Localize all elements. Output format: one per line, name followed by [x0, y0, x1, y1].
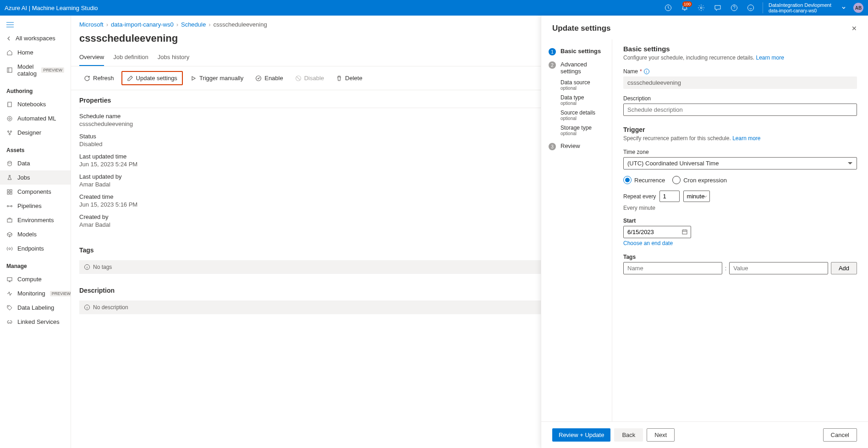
avatar[interactable]: AB	[853, 3, 863, 13]
nav-models[interactable]: Models	[0, 227, 71, 241]
back-all-workspaces[interactable]: All workspaces	[0, 31, 71, 45]
button-label: Refresh	[93, 75, 114, 82]
edit-icon	[127, 75, 133, 82]
description-label: Description	[623, 95, 857, 102]
nav-notebooks[interactable]: Notebooks	[0, 97, 71, 111]
step-number: 3	[549, 143, 556, 150]
delete-button[interactable]: Delete	[331, 72, 367, 84]
wizard-substep[interactable]: Data typeoptional	[541, 93, 612, 108]
wizard-substep[interactable]: Data sourceoptional	[541, 77, 612, 93]
breadcrumb-item[interactable]: data-import-canary-ws0	[111, 21, 174, 28]
enable-button[interactable]: Enable	[251, 72, 287, 84]
nav-label: Home	[17, 49, 33, 56]
wizard-substep[interactable]: Storage typeoptional	[541, 123, 612, 138]
smile-icon[interactable]	[746, 3, 755, 12]
preview-badge: PREVIEW	[50, 291, 73, 296]
back-button[interactable]: Back	[614, 428, 643, 442]
svg-point-16	[7, 205, 9, 207]
repeat-value-input[interactable]	[659, 191, 680, 202]
nav-compute[interactable]: Compute	[0, 272, 71, 286]
hamburger-icon[interactable]	[0, 18, 71, 31]
compute-icon	[6, 276, 13, 283]
nav-monitoring[interactable]: MonitoringPREVIEW	[0, 286, 71, 300]
chevron-down-icon[interactable]	[841, 5, 846, 10]
account-menu[interactable]: DataIntegration Devlopment data-import-c…	[763, 2, 834, 13]
wizard-step-review[interactable]: 3 Review	[541, 140, 612, 153]
info-icon	[84, 264, 90, 270]
settings-icon[interactable]	[697, 3, 706, 12]
breadcrumb-current: cssscheduleevening	[214, 21, 267, 28]
radio-indicator	[623, 176, 632, 184]
tag-name-input[interactable]	[623, 262, 722, 274]
radio-cron[interactable]: Cron expression	[672, 176, 727, 184]
step-label: Basic settings	[560, 48, 601, 55]
nav-label: Linked Services	[17, 318, 60, 325]
nav-group-authoring: Authoring	[0, 81, 71, 97]
step-label: Advanced settings	[560, 61, 604, 75]
repeat-summary: Every minute	[623, 205, 857, 211]
learn-more-link[interactable]: Learn more	[732, 135, 760, 142]
wizard-substep[interactable]: Source detailsoptional	[541, 108, 612, 123]
nav-components[interactable]: Components	[0, 185, 71, 199]
add-tag-button[interactable]: Add	[831, 262, 857, 274]
radio-recurrence[interactable]: Recurrence	[623, 176, 665, 184]
help-icon[interactable]	[730, 3, 739, 12]
trigger-desc: Specify recurrence pattern for this sche…	[623, 135, 857, 142]
svg-rect-15	[10, 192, 12, 194]
nav-designer[interactable]: Designer	[0, 126, 71, 140]
svg-rect-18	[7, 219, 12, 222]
notifications-icon[interactable]: 100	[680, 3, 689, 12]
nav-environments[interactable]: Environments	[0, 213, 71, 227]
nav-endpoints[interactable]: Endpoints	[0, 241, 71, 256]
data-icon	[6, 160, 13, 167]
models-icon	[6, 231, 13, 238]
form-section-desc: Configure your schedule, including recur…	[623, 55, 857, 61]
nav-home[interactable]: Home	[0, 45, 71, 60]
app-title: Azure AI | Machine Learning Studio	[5, 5, 98, 11]
nav-model-catalog[interactable]: Model catalog PREVIEW	[0, 60, 71, 81]
update-settings-button[interactable]: Update settings	[121, 71, 183, 85]
nav-data-labeling[interactable]: Data Labeling	[0, 300, 71, 315]
tab-jobs-history[interactable]: Jobs history	[158, 49, 189, 66]
choose-end-date-link[interactable]: Choose an end date	[623, 240, 857, 246]
cancel-button[interactable]: Cancel	[823, 428, 857, 442]
radio-label: Recurrence	[634, 177, 665, 184]
wizard-step-advanced[interactable]: 2 Advanced settings	[541, 58, 612, 77]
step-number: 1	[549, 48, 556, 55]
tab-job-definition[interactable]: Job definition	[113, 49, 148, 66]
nav-linked-services[interactable]: Linked Services	[0, 315, 71, 329]
nav-jobs[interactable]: Jobs	[0, 170, 71, 185]
breadcrumb-item[interactable]: Microsoft	[79, 21, 104, 28]
info-icon[interactable]: i	[644, 69, 649, 74]
panel-title: Update settings	[552, 24, 611, 33]
breadcrumb-item[interactable]: Schedule	[181, 21, 206, 28]
notification-badge: 100	[682, 1, 692, 7]
timezone-select[interactable]: (UTC) Coordinated Universal Time	[623, 157, 857, 169]
nav-label: Endpoints	[17, 245, 44, 252]
endpoints-icon	[6, 246, 13, 252]
substep-label: Data source	[560, 79, 590, 86]
nav-pipelines[interactable]: Pipelines	[0, 199, 71, 213]
trigger-button[interactable]: Trigger manually	[186, 72, 248, 84]
description-input[interactable]	[623, 104, 857, 116]
colon: :	[725, 265, 727, 272]
wizard-step-basic[interactable]: 1 Basic settings	[541, 45, 612, 58]
nav-label: Monitoring	[17, 290, 45, 297]
tab-overview[interactable]: Overview	[79, 49, 104, 66]
disable-icon	[295, 75, 302, 82]
close-icon[interactable]: ✕	[852, 25, 857, 32]
next-button[interactable]: Next	[647, 428, 675, 442]
learn-more-link[interactable]: Learn more	[756, 55, 784, 61]
button-label: Disable	[304, 75, 324, 82]
nav-automated-ml[interactable]: Automated ML	[0, 111, 71, 126]
tag-value-input[interactable]	[729, 262, 828, 274]
review-update-button[interactable]: Review + Update	[552, 428, 610, 442]
pipelines-icon	[6, 203, 13, 209]
button-label: Delete	[345, 75, 363, 82]
nav-data[interactable]: Data	[0, 156, 71, 170]
calendar-icon[interactable]	[681, 228, 688, 235]
refresh-button[interactable]: Refresh	[79, 72, 119, 84]
clock-icon[interactable]	[664, 3, 673, 12]
feedback-icon[interactable]	[713, 3, 722, 12]
play-icon	[190, 75, 197, 82]
